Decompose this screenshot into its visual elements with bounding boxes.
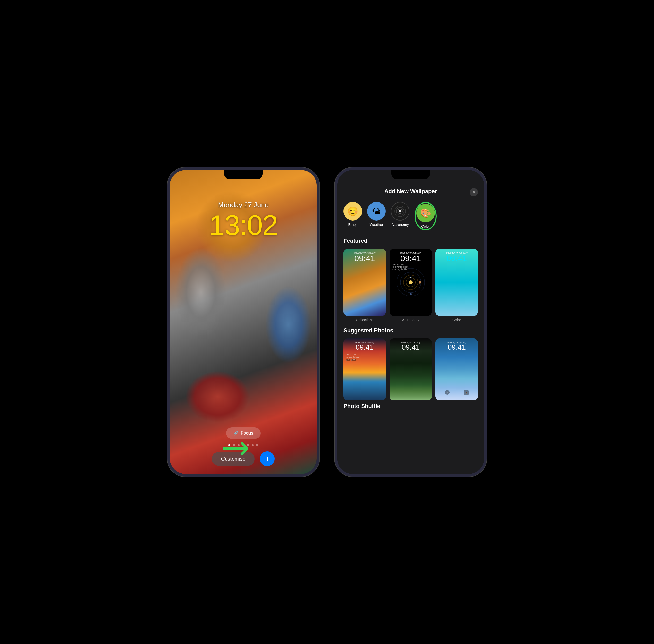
- sheet-header: Add New Wallpaper ✕: [344, 185, 478, 195]
- collections-label: Collections: [344, 318, 386, 322]
- collections-time: 09:41: [347, 254, 383, 262]
- photo-shuffle-heading: Photo Shuffle: [344, 403, 478, 410]
- category-row: 😊 Emoji 🌤 Weather Astronomy: [344, 202, 478, 230]
- sheet-title: Add New Wallpaper: [384, 188, 437, 195]
- featured-grid: Tuesday 9 January 09:41: [344, 249, 478, 316]
- astronomy-feat-label: Astronomy: [390, 318, 432, 322]
- weather-icon: 🌤: [367, 202, 386, 221]
- landscape-card-info: Tuesday 9 January 09:41: [436, 341, 478, 351]
- lockscreen-date: Monday 27 June: [218, 201, 268, 209]
- suggested-landscape-card[interactable]: Tuesday 9 January 09:41 ② 🏃: [436, 339, 478, 400]
- notch-left: [224, 170, 263, 179]
- astronomy-card-info: Tuesday 9 January 09:41: [390, 251, 432, 262]
- right-phone: Add New Wallpaper ✕ 😊 Emoji 🌤 Weather: [335, 167, 487, 477]
- featured-heading: Featured: [344, 237, 478, 244]
- svg-point-11: [410, 293, 412, 295]
- color-feat-label: Color: [436, 318, 478, 322]
- emoji-icon: 😊: [344, 202, 362, 221]
- svg-point-10: [419, 281, 421, 284]
- lockscreen-time: 13:02: [209, 211, 277, 239]
- notch-right: [391, 170, 430, 179]
- astronomy-card-time: 09:41: [393, 254, 429, 262]
- green-arrow: [221, 438, 263, 460]
- left-phone: Monday 27 June 13:02 🔗 Focus Customise: [167, 167, 319, 477]
- astronomy-icon: [391, 202, 410, 221]
- color-icon: 🎨: [416, 204, 435, 222]
- featured-collections-card[interactable]: Tuesday 9 January 09:41: [344, 249, 386, 316]
- sunset-time: 09:41: [346, 344, 383, 351]
- landscape-time: 09:41: [438, 344, 475, 351]
- category-emoji[interactable]: 😊 Emoji: [344, 202, 362, 230]
- plus-icon: +: [265, 454, 270, 464]
- astronomy-label: Astronomy: [392, 223, 409, 227]
- sunset-card-info: Tuesday 9 January 09:41: [344, 341, 386, 351]
- close-button[interactable]: ✕: [470, 188, 478, 196]
- suggested-grid: Tuesday 9 January 09:41 Mon 27 Jan No ev…: [344, 339, 478, 400]
- sunset-details: Mon 27 Jan No events today 14° OFF: [346, 353, 360, 361]
- color-card-time: 09:41: [439, 254, 475, 262]
- collections-card-info: Tuesday 9 January 09:41: [344, 251, 386, 262]
- astronomy-card-details: Mon 27 Jan No events today Your day is f…: [392, 263, 411, 271]
- color-card-info: Tuesday 9 January 09:41: [436, 251, 478, 262]
- link-icon: 🔗: [233, 431, 238, 436]
- side-button: [317, 222, 319, 242]
- forest-time: 09:41: [392, 344, 429, 351]
- color-label: Color: [421, 224, 430, 229]
- emoji-label: Emoji: [348, 223, 357, 227]
- category-astronomy[interactable]: Astronomy: [391, 202, 410, 230]
- lockscreen-background: Monday 27 June 13:02 🔗 Focus Customise: [170, 170, 317, 474]
- svg-point-9: [410, 277, 412, 278]
- suggested-heading: Suggested Photos: [344, 327, 478, 334]
- suggested-forest-card[interactable]: Tuesday 9 January 09:41: [390, 339, 432, 400]
- svg-point-0: [399, 210, 401, 212]
- featured-color-card[interactable]: Tuesday 9 January 09:41: [436, 249, 478, 316]
- add-wallpaper-sheet[interactable]: Add New Wallpaper ✕ 😊 Emoji 🌤 Weather: [337, 170, 484, 474]
- svg-point-4: [408, 280, 413, 284]
- suggested-sunset-card[interactable]: Tuesday 9 January 09:41 Mon 27 Jan No ev…: [344, 339, 386, 400]
- close-icon: ✕: [472, 190, 475, 195]
- featured-astronomy-card[interactable]: Tuesday 9 January 09:41 Mon 27 Jan No ev…: [390, 249, 432, 316]
- weather-label: Weather: [370, 223, 383, 227]
- focus-label: Focus: [240, 431, 253, 436]
- category-color[interactable]: 🎨 Color: [415, 202, 437, 230]
- category-weather[interactable]: 🌤 Weather: [367, 202, 386, 230]
- forest-card-info: Tuesday 9 January 09:41: [390, 341, 432, 351]
- focus-button[interactable]: 🔗 Focus: [226, 427, 260, 439]
- featured-labels: Collections Astronomy Color: [344, 318, 478, 322]
